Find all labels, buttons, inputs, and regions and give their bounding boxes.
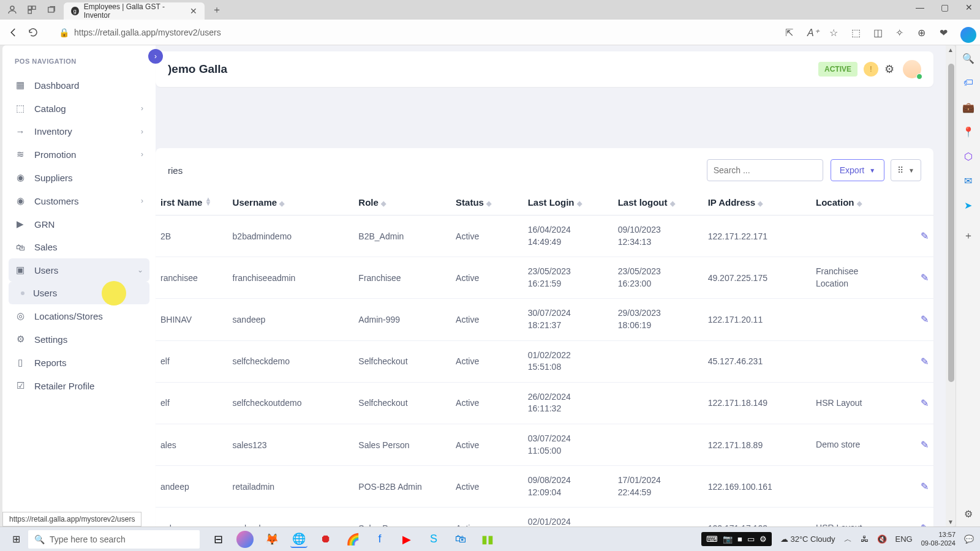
sort-icon: ▲▼ — [205, 197, 211, 206]
tab-close-icon[interactable]: ✕ — [190, 6, 197, 16]
task-icons: ⊟ 🦊 🌐 ⏺ 🌈 f ▶ S 🛍 ▮▮ — [209, 531, 496, 548]
sidebar-item-inventory[interactable]: → Inventory › — [9, 120, 149, 143]
read-aloud-icon[interactable]: A⁺ — [807, 27, 818, 38]
pin-sidebar-icon[interactable]: 📍 — [962, 125, 975, 138]
scrollbar[interactable]: ▲ ▼ — [946, 45, 956, 527]
briefcase-sidebar-icon[interactable]: 💼 — [962, 100, 975, 114]
col-last-login[interactable]: Last Login◆ — [523, 190, 613, 216]
tray-chevron-icon[interactable]: ︿ — [844, 534, 852, 545]
back-button[interactable] — [7, 26, 20, 39]
app-icon[interactable]: ▮▮ — [479, 531, 496, 548]
tab-overview-icon[interactable] — [44, 2, 59, 17]
network-icon[interactable]: 🖧 — [861, 534, 869, 544]
open-external-icon[interactable]: ⇱ — [785, 27, 796, 38]
new-tab-button[interactable]: ＋ — [209, 2, 224, 17]
scroll-down-icon[interactable]: ▼ — [946, 519, 956, 525]
edit-button[interactable]: ✎ — [897, 466, 933, 508]
col-username[interactable]: Username◆ — [228, 190, 354, 216]
sidebar-item-grn[interactable]: ▶ GRN — [9, 212, 149, 236]
video-icon: ■ — [737, 534, 742, 544]
col-role[interactable]: Role◆ — [353, 190, 451, 216]
add-sidebar-icon[interactable]: ＋ — [962, 229, 975, 242]
refresh-button[interactable] — [27, 26, 39, 39]
minimize-button[interactable]: — — [914, 2, 926, 12]
extensions-icon[interactable]: ⬚ — [851, 27, 862, 38]
col-location[interactable]: Location◆ — [811, 190, 897, 216]
notifications-icon[interactable]: 💬 — [964, 534, 974, 544]
clock[interactable]: 13:57 09-08-2024 — [921, 531, 956, 547]
cell-status: Active — [451, 424, 523, 465]
skype-icon[interactable]: S — [425, 531, 442, 548]
svg-rect-4 — [48, 7, 54, 12]
col-last-logout[interactable]: Last logout◆ — [613, 190, 703, 216]
col-ip-address[interactable]: IP Address◆ — [703, 190, 811, 216]
copilot-task-icon[interactable] — [236, 531, 254, 548]
facebook-icon[interactable]: f — [371, 531, 388, 548]
edit-button[interactable]: ✎ — [897, 340, 933, 382]
record-icon[interactable]: ⏺ — [317, 531, 334, 548]
edit-button[interactable]: ✎ — [897, 216, 933, 257]
maximize-button[interactable]: ▢ — [938, 2, 951, 12]
copilot-icon[interactable] — [960, 27, 976, 43]
coin-icon[interactable]: ! — [864, 62, 878, 77]
tray-panel[interactable]: ⌨ 📷 ■ ▭ ⚙ — [701, 532, 772, 546]
outlook-sidebar-icon[interactable]: ✉ — [962, 174, 975, 187]
sidebar-item-catalog[interactable]: ⬚ Catalog › — [9, 97, 149, 120]
tag-sidebar-icon[interactable]: 🏷 — [962, 76, 975, 89]
browser-tab[interactable]: g Employees | Galla GST - Inventor ✕ — [64, 2, 205, 20]
favorite-icon[interactable]: ☆ — [829, 27, 840, 38]
sidebar-item-dashboard[interactable]: ▦ Dashboard — [9, 73, 149, 97]
sidebar-item-settings[interactable]: ⚙ Settings — [9, 328, 149, 351]
volume-icon[interactable]: 🔇 — [877, 534, 887, 544]
language-indicator[interactable]: ENG — [895, 534, 913, 544]
sidebar-item-customers[interactable]: ◉ Customers › — [9, 189, 149, 212]
weather-widget[interactable]: ☁ 32°C Cloudy — [780, 534, 835, 544]
workspaces-icon[interactable] — [24, 2, 39, 17]
profile-icon[interactable] — [5, 2, 20, 17]
edge-icon[interactable]: 🌐 — [290, 531, 307, 548]
sidebar-item-users[interactable]: ▣ Users ⌄ — [9, 258, 149, 282]
edit-button[interactable]: ✎ — [897, 382, 933, 424]
col-first-name[interactable]: irst Name▲▼ — [156, 190, 228, 216]
scroll-up-icon[interactable]: ▲ — [946, 47, 956, 53]
youtube-icon[interactable]: ▶ — [398, 531, 415, 548]
favorites-bar-icon[interactable]: ✧ — [895, 27, 907, 38]
collections-icon[interactable]: ⊕ — [918, 27, 929, 38]
edit-button[interactable]: ✎ — [897, 424, 933, 465]
export-button[interactable]: Export ▼ — [831, 159, 884, 181]
avatar[interactable] — [903, 60, 921, 78]
sidebar-item-sales[interactable]: 🛍 Sales — [9, 236, 149, 258]
sidebar-item-suppliers[interactable]: ◉ Suppliers — [9, 166, 149, 189]
col-status[interactable]: Status◆ — [451, 190, 523, 216]
cell-first-name: andeep — [156, 466, 228, 508]
start-button[interactable]: ⊞ — [6, 530, 26, 549]
edit-button[interactable]: ✎ — [897, 257, 933, 299]
shopping-icon[interactable]: ❤ — [940, 27, 951, 38]
office-sidebar-icon[interactable]: ⬡ — [962, 149, 975, 163]
sidebar-toggle-button[interactable]: › — [148, 49, 163, 64]
search-input[interactable] — [707, 159, 823, 181]
store-icon[interactable]: 🛍 — [452, 531, 469, 548]
taskbar-search[interactable]: 🔍 Type here to search — [28, 530, 200, 549]
sidebar-subitem-users[interactable]: Users — [9, 282, 149, 304]
chevron-right-icon: › — [141, 104, 143, 113]
task-view-icon[interactable]: ⊟ — [209, 531, 227, 548]
sidebar-item-retailer-profile[interactable]: ☑ Retailer Profile — [9, 374, 149, 397]
catalog-icon: ⬚ — [15, 103, 26, 114]
close-window-button[interactable]: ✕ — [963, 2, 975, 12]
search-sidebar-icon[interactable]: 🔍 — [962, 51, 975, 65]
edit-button[interactable]: ✎ — [897, 299, 933, 340]
url-field[interactable]: 🔒 https://retail.galla.app/mystorev2/use… — [59, 28, 221, 37]
sidebar-item-reports[interactable]: ▯ Reports — [9, 351, 149, 374]
columns-button[interactable]: ⠿ ▼ — [891, 159, 921, 181]
scroll-thumb[interactable] — [948, 64, 954, 382]
send-sidebar-icon[interactable]: ➤ — [962, 198, 975, 212]
firefox-icon[interactable]: 🦊 — [263, 531, 281, 548]
sidebar-item-promotion[interactable]: ≋ Promotion › — [9, 143, 149, 166]
settings-sidebar-icon[interactable]: ⚙ — [962, 507, 975, 520]
edit-button[interactable]: ✎ — [897, 508, 933, 527]
gear-icon[interactable]: ⚙ — [884, 62, 894, 76]
split-screen-icon[interactable]: ◫ — [873, 27, 884, 38]
sidebar-item-locations[interactable]: ◎ Locations/Stores — [9, 304, 149, 328]
chrome-icon[interactable]: 🌈 — [344, 531, 361, 548]
